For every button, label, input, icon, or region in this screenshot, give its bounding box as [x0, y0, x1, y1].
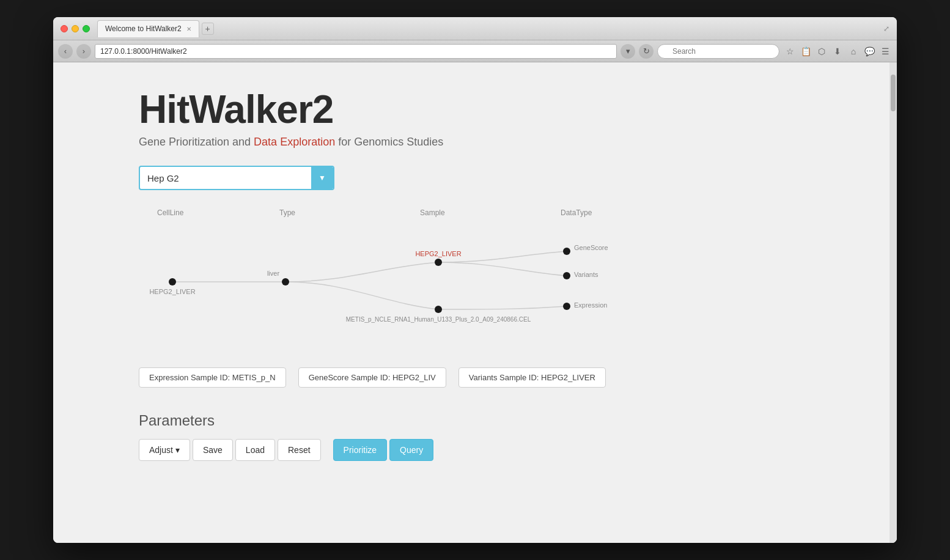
svg-point-2: [435, 259, 442, 266]
svg-point-0: [169, 278, 176, 286]
svg-text:liver: liver: [267, 270, 280, 277]
menu-icon[interactable]: ☰: [878, 45, 892, 58]
svg-text:Variants: Variants: [574, 271, 598, 278]
action-buttons-row: Adjust ▾ Save Load Reset Prioritize Quer…: [139, 439, 836, 461]
sample-ids-row: Expression Sample ID: METIS_p_N GeneScor…: [139, 367, 836, 388]
genescore-sample-label: GeneScore Sample ID: HEPG2_LIV: [309, 373, 436, 382]
url-text: 127.0.0.1:8000/HitWalker2: [100, 47, 187, 56]
dataset-selected-value: Hep G2: [140, 173, 311, 183]
reload-button[interactable]: ↻: [639, 44, 654, 59]
svg-point-1: [282, 278, 289, 286]
query-button[interactable]: Query: [389, 439, 433, 461]
subtitle-plain: Gene Prioritization and: [139, 136, 254, 148]
title-bar: Welcome to HitWalker2 ✕ + ⤢: [53, 17, 897, 40]
subtitle-highlight: Data Exploration: [254, 136, 335, 148]
svg-point-4: [563, 248, 570, 255]
browser-window: Welcome to HitWalker2 ✕ + ⤢ ‹ › 127.0.0.…: [53, 17, 897, 543]
diagram-container: CellLine Type Sample DataType: [139, 208, 628, 343]
address-bar: ‹ › 127.0.0.1:8000/HitWalker2 ▾ ↻ 🔍 ☆ 📋 …: [53, 40, 897, 62]
back-button[interactable]: ‹: [58, 44, 73, 59]
diagram-svg: HEPG2_LIVER liver HEPG2_LIVER METIS_p_NC…: [139, 208, 628, 343]
dataset-selector[interactable]: Hep G2 ▼: [139, 166, 334, 190]
svg-point-6: [563, 303, 570, 310]
home-icon[interactable]: ⌂: [847, 45, 860, 58]
svg-text:Expression: Expression: [574, 301, 607, 309]
scrollbar-track[interactable]: [889, 62, 897, 543]
svg-text:METIS_p_NCLE_RNA1_Human_U133_P: METIS_p_NCLE_RNA1_Human_U133_Plus_2.0_A0…: [346, 316, 531, 323]
adjust-arrow-icon: ▾: [175, 445, 180, 455]
load-button[interactable]: Load: [235, 439, 275, 461]
forward-button[interactable]: ›: [76, 44, 91, 59]
svg-text:GeneScore: GeneScore: [574, 244, 608, 251]
minimize-button[interactable]: [72, 25, 79, 32]
expression-sample-label: Expression Sample ID: METIS_p_N: [149, 373, 276, 382]
svg-point-3: [435, 306, 442, 313]
chat-icon[interactable]: 💬: [863, 45, 876, 58]
traffic-lights: [61, 25, 90, 32]
new-tab-button[interactable]: +: [202, 23, 214, 35]
adjust-button[interactable]: Adjust ▾: [139, 439, 190, 461]
genescore-sample-badge: GeneScore Sample ID: HEPG2_LIV: [298, 367, 446, 388]
reader-icon[interactable]: 📋: [799, 45, 812, 58]
pocket-icon[interactable]: ⬡: [815, 45, 828, 58]
adjust-label: Adjust: [149, 445, 173, 455]
svg-text:HEPG2_LIVER: HEPG2_LIVER: [149, 288, 195, 295]
toolbar-icons: ☆ 📋 ⬡ ⬇ ⌂ 💬 ☰: [783, 45, 892, 58]
expression-sample-badge: Expression Sample ID: METIS_p_N: [139, 367, 286, 388]
app-subtitle: Gene Prioritization and Data Exploration…: [139, 136, 836, 149]
variants-sample-label: Variants Sample ID: HEPG2_LIVER: [469, 373, 595, 382]
active-tab[interactable]: Welcome to HitWalker2 ✕: [97, 20, 199, 37]
page-content: HitWalker2 Gene Prioritization and Data …: [53, 62, 897, 543]
parameters-title: Parameters: [139, 412, 836, 429]
subtitle-rest: for Genomics Studies: [335, 136, 443, 148]
dropdown-button[interactable]: ▾: [620, 44, 635, 59]
scrollbar-thumb[interactable]: [891, 75, 896, 111]
maximize-button[interactable]: [83, 25, 90, 32]
search-bar-container: 🔍: [657, 44, 779, 59]
tab-bar: Welcome to HitWalker2 ✕ +: [97, 20, 883, 37]
tab-title: Welcome to HitWalker2: [105, 24, 182, 33]
app-title: HitWalker2: [139, 87, 836, 132]
download-icon[interactable]: ⬇: [831, 45, 844, 58]
tab-close-icon[interactable]: ✕: [186, 26, 191, 32]
save-button[interactable]: Save: [193, 439, 233, 461]
variants-sample-badge: Variants Sample ID: HEPG2_LIVER: [458, 367, 606, 388]
search-input[interactable]: [657, 44, 779, 59]
close-button[interactable]: [61, 25, 68, 32]
svg-point-5: [563, 272, 570, 279]
bookmark-icon[interactable]: ☆: [783, 45, 797, 58]
resize-icon: ⤢: [883, 24, 889, 33]
prioritize-button[interactable]: Prioritize: [333, 439, 387, 461]
dataset-dropdown-arrow[interactable]: ▼: [311, 167, 333, 189]
svg-text:HEPG2_LIVER: HEPG2_LIVER: [415, 250, 461, 257]
reset-button[interactable]: Reset: [278, 439, 321, 461]
url-bar[interactable]: 127.0.0.1:8000/HitWalker2: [95, 44, 617, 59]
dropdown-arrow-icon: ▼: [319, 174, 326, 182]
